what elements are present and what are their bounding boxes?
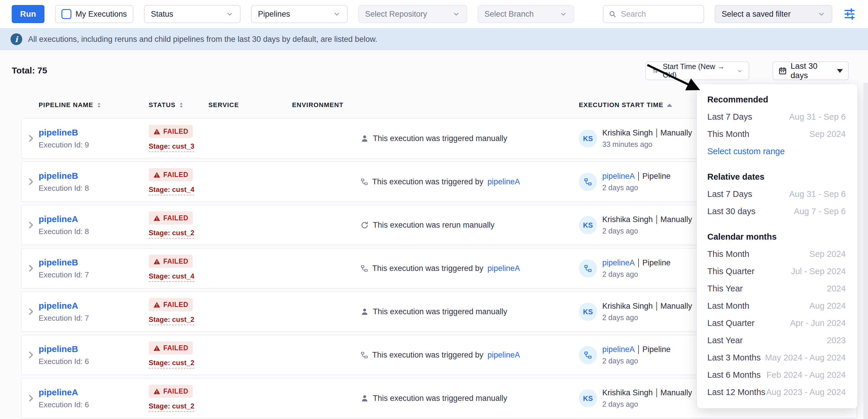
- stage-link[interactable]: Stage: cust_4: [149, 272, 194, 282]
- warning-icon: [153, 128, 160, 135]
- menu-item-last-3-months[interactable]: Last 3 Months May 2024 - Aug 2024: [697, 349, 858, 366]
- pipeline-name-link[interactable]: pipelineA: [39, 301, 89, 311]
- execution-id: Execution Id: 6: [39, 400, 89, 409]
- status-filter-label: Status: [151, 10, 174, 19]
- stage-link[interactable]: Stage: cust_4: [149, 186, 194, 195]
- stage-link[interactable]: Stage: cust_2: [149, 359, 194, 369]
- pipeline-name-link[interactable]: pipelineB: [39, 128, 89, 137]
- column-header-status[interactable]: STATUS: [149, 101, 184, 109]
- status-label: FAILED: [163, 171, 188, 179]
- sort-label: Start Time (New → Old): [663, 62, 728, 79]
- warning-icon: [153, 258, 160, 265]
- trigger-pipeline-link[interactable]: pipelineA: [488, 177, 520, 186]
- trigger-info: This execution was triggered by pipeline…: [361, 351, 520, 360]
- calendar-icon: [778, 66, 787, 75]
- my-executions-label: My Executions: [75, 10, 127, 19]
- relative-time: 2 days ago: [602, 313, 692, 322]
- user-icon: [361, 394, 369, 402]
- pipeline-name-link[interactable]: pipelineA: [39, 214, 89, 224]
- search-box[interactable]: [603, 5, 704, 23]
- trigger-pipeline-link[interactable]: pipelineA: [488, 264, 520, 273]
- menu-item-this-month[interactable]: This Month Sep 2024: [697, 126, 858, 143]
- triggered-by-pipeline-link[interactable]: pipelineA: [602, 345, 635, 354]
- expand-chevron-icon[interactable]: [26, 307, 36, 316]
- column-header-execution-start-time[interactable]: EXECUTION START TIME: [579, 101, 672, 109]
- chevron-down-icon: [737, 67, 743, 75]
- rerun-icon: [361, 221, 369, 229]
- column-sort-icon[interactable]: [179, 102, 184, 108]
- trigger-info: This execution was triggered manually: [361, 307, 507, 316]
- stage-link[interactable]: Stage: cust_3: [149, 142, 194, 152]
- vertical-scrollbar[interactable]: [863, 83, 868, 419]
- saved-filter-dropdown[interactable]: Select a saved filter: [715, 5, 832, 23]
- expand-chevron-icon[interactable]: [26, 177, 36, 186]
- pipelines-filter-dropdown[interactable]: Pipelines: [251, 5, 348, 23]
- expand-chevron-icon[interactable]: [26, 264, 36, 273]
- warning-icon: [153, 388, 160, 395]
- execution-id: Execution Id: 6: [39, 357, 89, 366]
- select-branch-dropdown[interactable]: Select Branch: [477, 5, 574, 23]
- pipeline-name-link[interactable]: pipelineA: [39, 387, 89, 397]
- menu-item-last-quarter[interactable]: Last Quarter Apr - Jun 2024: [697, 315, 858, 332]
- caret-down-icon: [837, 69, 843, 73]
- stage-link[interactable]: Stage: cust_2: [149, 315, 194, 325]
- relative-time: 33 minutes ago: [602, 140, 692, 149]
- my-executions-toggle[interactable]: My Executions: [55, 5, 133, 23]
- menu-item-last-6-months[interactable]: Last 6 Months Feb 2024 - Aug 2024: [697, 366, 858, 384]
- trigger-type: Manually: [660, 388, 692, 397]
- menu-item-this-year[interactable]: This Year 2024: [697, 280, 858, 297]
- column-sort-icon[interactable]: [97, 102, 101, 108]
- status-badge: FAILED: [149, 385, 193, 398]
- chevron-down-icon: [818, 10, 825, 18]
- execution-start-cell: KS Krishika Singh Manually 33 minutes ag…: [579, 128, 692, 149]
- avatar: KS: [579, 129, 597, 148]
- triggered-by-pipeline-link[interactable]: pipelineA: [602, 258, 635, 267]
- chevron-down-icon: [333, 10, 341, 18]
- trigger-text: This execution was triggered by: [372, 177, 484, 186]
- my-executions-checkbox[interactable]: [61, 9, 71, 19]
- menu-item-last-month[interactable]: Last Month Aug 2024: [697, 297, 858, 315]
- expand-chevron-icon[interactable]: [26, 393, 36, 403]
- separator: [656, 302, 657, 311]
- execution-id: Execution Id: 9: [39, 140, 89, 150]
- menu-item-last-year[interactable]: Last Year 2023: [697, 332, 858, 349]
- trigger-type: Pipeline: [642, 172, 671, 181]
- status-filter-dropdown[interactable]: Status: [144, 5, 241, 23]
- top-toolbar: Run My Executions Status Pipelines Selec…: [0, 0, 868, 28]
- stage-link[interactable]: Stage: cust_2: [149, 402, 194, 412]
- expand-chevron-icon[interactable]: [26, 134, 36, 143]
- avatar: KS: [579, 216, 597, 234]
- menu-item-this-month[interactable]: This Month Sep 2024: [697, 246, 858, 263]
- filter-settings-icon[interactable]: [843, 7, 856, 21]
- status-badge: FAILED: [149, 212, 193, 225]
- search-input[interactable]: [620, 9, 698, 19]
- menu-item-last-12-months[interactable]: Last 12 Months Aug 2023 - Aug 2024: [697, 384, 858, 401]
- info-banner-text: All executions, including reruns and chi…: [28, 35, 377, 44]
- date-range-dropdown[interactable]: Last 30 days: [773, 61, 849, 80]
- info-banner: i All executions, including reruns and c…: [0, 28, 868, 50]
- expand-chevron-icon[interactable]: [26, 220, 36, 230]
- select-repository-dropdown[interactable]: Select Repository: [358, 5, 467, 23]
- trigger-pipeline-link[interactable]: pipelineA: [488, 351, 520, 360]
- menu-item-last-7-days[interactable]: Last 7 Days Aug 31 - Sep 6: [697, 108, 858, 126]
- menu-section-header: Calendar months: [697, 228, 858, 246]
- separator: [656, 215, 657, 224]
- sort-ascending-icon: [667, 104, 672, 107]
- avatar: [579, 173, 597, 191]
- pipeline-name-link[interactable]: pipelineB: [39, 257, 89, 267]
- warning-icon: [153, 215, 160, 222]
- menu-item-last-7-days[interactable]: Last 7 Days Aug 31 - Sep 6: [697, 186, 858, 203]
- expand-chevron-icon[interactable]: [26, 350, 36, 360]
- column-header-pipeline-name[interactable]: PIPELINE NAME: [39, 101, 101, 109]
- run-button[interactable]: Run: [12, 5, 44, 23]
- menu-item-select-custom-range[interactable]: Select custom range: [697, 143, 858, 160]
- triggered-by-pipeline-link[interactable]: pipelineA: [602, 172, 635, 181]
- separator: [638, 172, 639, 181]
- pipeline-name-link[interactable]: pipelineB: [39, 171, 89, 181]
- sort-dropdown[interactable]: Start Time (New → Old): [645, 61, 749, 80]
- pipeline-name-link[interactable]: pipelineB: [39, 344, 89, 354]
- stage-link[interactable]: Stage: cust_2: [149, 229, 194, 239]
- menu-item-this-quarter[interactable]: This Quarter Jul - Sep 2024: [697, 263, 858, 280]
- menu-item-last-30-days[interactable]: Last 30 days Aug 7 - Sep 6: [697, 203, 858, 220]
- triggered-by-name: Krishika Singh: [602, 215, 653, 224]
